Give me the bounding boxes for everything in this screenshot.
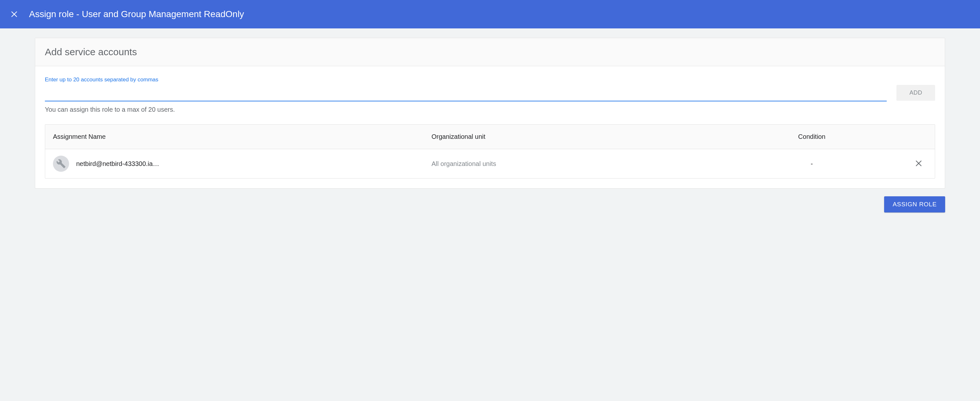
assignments-table: Assignment Name Organizational unit Cond… [45,124,935,178]
input-wrapper: Enter up to 20 accounts separated by com… [45,76,887,101]
table-header-org: Organizational unit [424,125,746,149]
helper-text: You can assign this role to a max of 20 … [35,106,945,124]
assign-role-button[interactable]: ASSIGN ROLE [884,196,945,212]
accounts-input[interactable] [45,88,887,101]
wrench-icon [53,156,69,172]
accounts-input-label: Enter up to 20 accounts separated by com… [45,76,887,83]
assignment-condition: - [746,149,878,178]
content-wrapper: Add service accounts Enter up to 20 acco… [0,29,980,189]
add-button[interactable]: ADD [896,85,935,101]
footer-actions: ASSIGN ROLE [0,189,980,220]
close-icon[interactable] [6,6,22,22]
input-area: Enter up to 20 accounts separated by com… [35,66,945,111]
page-title: Assign role - User and Group Management … [29,9,244,19]
table-header-name: Assignment Name [45,125,424,149]
section-title: Add service accounts [35,38,945,66]
card: Add service accounts Enter up to 20 acco… [35,38,945,189]
assignment-name: netbird@netbird-433300.ia… [76,160,159,167]
table-header-actions [878,125,935,149]
assignment-org-unit: All organizational units [424,149,746,178]
remove-row-icon[interactable] [913,158,924,169]
table-row: netbird@netbird-433300.ia… All organizat… [45,149,935,178]
header-bar: Assign role - User and Group Management … [0,0,980,29]
table-header-condition: Condition [746,125,878,149]
